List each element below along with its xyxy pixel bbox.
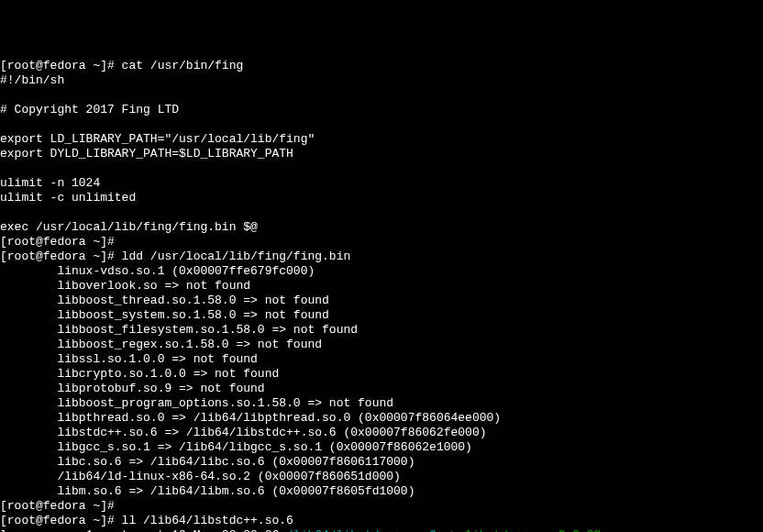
terminal-line: libpthread.so.0 => /lib64/libpthread.so.… [0,411,763,426]
terminal[interactable]: [root@fedora ~]# cat /usr/bin/fing#!/bin… [0,59,763,532]
terminal-text-segment: [root@fedora ~]# ldd /usr/local/lib/fing… [0,249,350,263]
terminal-line [0,161,763,176]
terminal-text-segment: [root@fedora ~]# cat /usr/bin/fing [0,59,243,72]
terminal-line: linux-vdso.so.1 (0x00007ffe679fc000) [0,264,763,279]
terminal-text-segment: libssl.so.1.0.0 => not found [0,352,258,366]
terminal-line: libcrypto.so.1.0.0 => not found [0,367,763,382]
terminal-text-segment: export LD_LIBRARY_PATH="/usr/local/lib/f… [0,132,315,146]
terminal-text-segment: libprotobuf.so.9 => not found [0,382,265,395]
terminal-text-segment: linux-vdso.so.1 (0x00007ffe679fc000) [0,264,315,278]
terminal-line: lrwxrwxrwx. 1 root root 19 Mar 28 20:06 … [0,528,763,532]
terminal-line: libm.so.6 => /lib64/libm.so.6 (0x00007f8… [0,484,763,499]
terminal-text-segment: [root@fedora ~]# [0,235,115,249]
terminal-text-segment: libboost_regex.so.1.58.0 => not found [0,338,322,351]
terminal-text-segment: libboost_system.so.1.58.0 => not found [0,308,329,322]
terminal-line: libgcc_s.so.1 => /lib64/libgcc_s.so.1 (0… [0,440,763,455]
terminal-text-segment: libcrypto.so.1.0.0 => not found [0,367,279,381]
terminal-text-segment: ulimit -c unlimited [0,191,136,205]
terminal-text-segment: libboost_filesystem.so.1.58.0 => not fou… [0,323,358,337]
terminal-text-segment: -> [437,528,465,532]
terminal-text-segment: libc.so.6 => /lib64/libc.so.6 (0x00007f8… [0,455,415,469]
terminal-text-segment: libboost_thread.so.1.58.0 => not found [0,294,329,307]
terminal-line: ulimit -c unlimited [0,191,763,205]
terminal-line: liboverlook.so => not found [0,279,763,294]
terminal-text-segment: libstdc++.so.6 => /lib64/libstdc++.so.6 … [0,426,487,439]
terminal-line: libboost_system.so.1.58.0 => not found [0,308,763,323]
terminal-text-segment: lrwxrwxrwx. 1 root root 19 Mar 28 20:06 [0,528,286,532]
terminal-line: ulimit -n 1024 [0,176,763,191]
terminal-text-segment: libstdc++.so.6.0.28 [465,528,601,532]
terminal-line: export LD_LIBRARY_PATH="/usr/local/lib/f… [0,132,763,147]
terminal-line: [root@fedora ~]# ll /lib64/libstdc++.so.… [0,514,763,528]
terminal-line: libboost_regex.so.1.58.0 => not found [0,338,763,352]
terminal-line: libprotobuf.so.9 => not found [0,382,763,396]
terminal-line: [root@fedora ~]# [0,499,763,514]
terminal-text-segment: export DYLD_LIBRARY_PATH=$LD_LIBRARY_PAT… [0,147,293,161]
terminal-line: libboost_thread.so.1.58.0 => not found [0,294,763,308]
terminal-text-segment: ulimit -n 1024 [0,176,100,190]
terminal-text-segment: [root@fedora ~]# [0,499,115,513]
terminal-line: [root@fedora ~]# cat /usr/bin/fing [0,59,763,73]
terminal-text-segment: libboost_program_options.so.1.58.0 => no… [0,396,393,410]
terminal-text-segment: /lib64/libstdc++.so.6 [286,528,437,532]
terminal-line: libstdc++.so.6 => /lib64/libstdc++.so.6 … [0,426,763,440]
terminal-text-segment: libgcc_s.so.1 => /lib64/libgcc_s.so.1 (0… [0,440,472,454]
terminal-text-segment: [root@fedora ~]# ll /lib64/libstdc++.so.… [0,514,293,527]
terminal-text-segment: # Copyright 2017 Fing LTD [0,103,179,116]
terminal-text-segment: #!/bin/sh [0,73,64,87]
terminal-line: libssl.so.1.0.0 => not found [0,352,763,367]
terminal-line: # Copyright 2017 Fing LTD [0,103,763,117]
terminal-line: /lib64/ld-linux-x86-64.so.2 (0x00007f860… [0,470,763,484]
terminal-line: #!/bin/sh [0,73,763,88]
terminal-line: [root@fedora ~]# ldd /usr/local/lib/fing… [0,249,763,264]
terminal-text-segment: libpthread.so.0 => /lib64/libpthread.so.… [0,411,501,425]
terminal-line [0,117,763,132]
terminal-line: libc.so.6 => /lib64/libc.so.6 (0x00007f8… [0,455,763,470]
terminal-line: exec /usr/local/lib/fing/fing.bin $@ [0,220,763,235]
terminal-text-segment: liboverlook.so => not found [0,279,250,293]
terminal-line: libboost_program_options.so.1.58.0 => no… [0,396,763,411]
terminal-line [0,205,763,220]
terminal-text-segment: exec /usr/local/lib/fing/fing.bin $@ [0,220,258,234]
terminal-text-segment: libm.so.6 => /lib64/libm.so.6 (0x00007f8… [0,484,415,498]
terminal-text-segment: /lib64/ld-linux-x86-64.so.2 (0x00007f860… [0,470,401,483]
terminal-line [0,88,763,103]
terminal-line: export DYLD_LIBRARY_PATH=$LD_LIBRARY_PAT… [0,147,763,161]
terminal-line: libboost_filesystem.so.1.58.0 => not fou… [0,323,763,338]
terminal-line: [root@fedora ~]# [0,235,763,249]
